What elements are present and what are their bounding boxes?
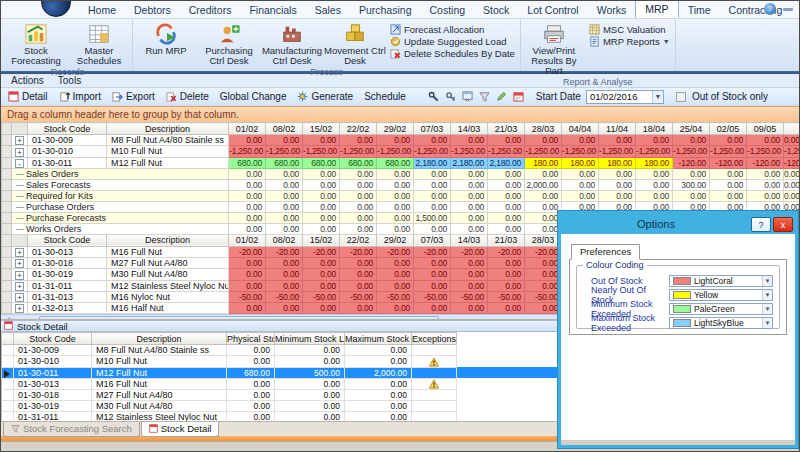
- forecast-cell[interactable]: 0.00: [377, 135, 414, 146]
- ribbon-button-forecast-allocation[interactable]: Forecast Allocation: [387, 24, 518, 35]
- forecast-cell[interactable]: 0.00: [266, 190, 303, 201]
- expand-icon[interactable]: +: [15, 259, 24, 268]
- forecast-cell[interactable]: 0.00: [266, 269, 303, 280]
- date-column-header[interactable]: 07/03: [414, 123, 451, 135]
- start-date-input[interactable]: 01/02/2016 ▼: [586, 90, 664, 104]
- forecast-cell[interactable]: 0.00: [229, 269, 266, 280]
- forecast-cell[interactable]: 180.00: [636, 157, 673, 168]
- forecast-cell[interactable]: 0.00: [414, 179, 451, 190]
- forecast-cell[interactable]: 0.00: [451, 179, 488, 190]
- forecast-cell[interactable]: 2,180.00: [488, 157, 525, 168]
- stock-code-cell[interactable]: 01-30-018: [28, 258, 107, 269]
- toolbar-button-generate[interactable]: Generate: [294, 90, 359, 103]
- chevron-down-icon[interactable]: ▼: [762, 276, 772, 286]
- forecast-cell[interactable]: -1,250.00: [266, 146, 303, 157]
- detail-column-header[interactable]: Physical Stock: [227, 333, 275, 345]
- forecast-cell[interactable]: 0.00: [673, 135, 710, 146]
- forecast-cell[interactable]: 0.00: [340, 258, 377, 269]
- forecast-cell[interactable]: 0.00: [710, 179, 747, 190]
- dialog-help-button[interactable]: ?: [751, 217, 771, 232]
- forecast-cell[interactable]: -20.00: [340, 246, 377, 257]
- detail-column-header[interactable]: Maximum Stock Level: [345, 333, 412, 345]
- chevron-down-icon[interactable]: ▼: [762, 304, 772, 314]
- ribbon-button-update-suggested-load[interactable]: Update Suggested Load: [387, 36, 518, 47]
- detail-description[interactable]: M30 Full Nut A4/80: [92, 401, 227, 412]
- forecast-cell[interactable]: -50.00: [266, 291, 303, 302]
- description-cell[interactable]: M10 Full Nut: [107, 146, 229, 157]
- detail-description[interactable]: M16 Full Nut: [92, 378, 227, 390]
- date-column-header[interactable]: 01/02: [229, 234, 266, 246]
- forecast-cell[interactable]: -1,250.00: [488, 146, 525, 157]
- detail-stock-code[interactable]: 01-30-010: [14, 356, 92, 368]
- date-column-header[interactable]: 14/03: [451, 123, 488, 135]
- forecast-cell[interactable]: 0.00: [488, 223, 525, 234]
- link-alt-icon[interactable]: [443, 90, 458, 104]
- forecast-cell[interactable]: -1,250.00: [525, 146, 562, 157]
- ribbon-button-master-schedules[interactable]: Master Schedules: [68, 21, 130, 66]
- row-gutter[interactable]: [2, 412, 14, 421]
- subrow-label[interactable]: Purchase Forecasts: [12, 212, 229, 223]
- forecast-cell[interactable]: 2,000.00: [525, 179, 562, 190]
- forecast-cell[interactable]: 0.00: [451, 212, 488, 223]
- date-column-header[interactable]: 14/03: [451, 234, 488, 246]
- forecast-cell[interactable]: 0.00: [673, 168, 710, 179]
- detail-description[interactable]: M12 Stainless Steel Nyloc Nut: [92, 412, 227, 421]
- row-gutter[interactable]: [2, 269, 12, 280]
- forecast-cell[interactable]: -20.00: [229, 246, 266, 257]
- row-gutter[interactable]: [2, 223, 12, 234]
- forecast-cell[interactable]: -20.00: [266, 246, 303, 257]
- forecast-cell[interactable]: 180.00: [525, 157, 562, 168]
- options-dialog-titlebar[interactable]: Options ? x: [561, 214, 795, 234]
- forecast-cell[interactable]: 0.00: [229, 212, 266, 223]
- row-gutter[interactable]: [2, 345, 14, 356]
- date-column-header[interactable]: 04/04: [562, 123, 599, 135]
- expand-icon[interactable]: +: [15, 136, 24, 145]
- menu-tools[interactable]: Tools: [52, 75, 87, 86]
- forecast-cell[interactable]: 0.00: [266, 280, 303, 291]
- forecast-cell[interactable]: -20.00: [525, 246, 562, 257]
- forecast-cell[interactable]: 0.00: [340, 280, 377, 291]
- column-header-description[interactable]: Description: [107, 123, 229, 135]
- forecast-cell[interactable]: -50.00: [488, 291, 525, 302]
- row-gutter[interactable]: [2, 303, 12, 314]
- detail-stock-code[interactable]: 01-30-009: [14, 345, 92, 356]
- forecast-cell[interactable]: 0.00: [377, 201, 414, 212]
- ribbon-tab-time[interactable]: Time: [679, 2, 720, 18]
- date-column-header[interactable]: 25/04: [673, 123, 710, 135]
- forecast-cell[interactable]: 0.00: [562, 179, 599, 190]
- ribbon-tab-stock[interactable]: Stock: [474, 2, 518, 18]
- forecast-cell[interactable]: 0.00: [303, 280, 340, 291]
- detail-description[interactable]: M12 Full Nut: [92, 367, 227, 378]
- chevron-down-icon[interactable]: ▼: [652, 91, 663, 103]
- forecast-cell[interactable]: 0.00: [636, 135, 673, 146]
- date-column-header[interactable]: 15/02: [303, 123, 340, 135]
- forecast-cell[interactable]: -20.00: [488, 246, 525, 257]
- forecast-cell[interactable]: 0.00: [229, 179, 266, 190]
- date-column-header[interactable]: 29/02: [377, 234, 414, 246]
- date-column-header[interactable]: 02/05: [710, 123, 747, 135]
- row-gutter[interactable]: [2, 390, 14, 401]
- forecast-cell[interactable]: 0.00: [266, 258, 303, 269]
- filter-icon[interactable]: [477, 90, 492, 104]
- date-column-header[interactable]: 09/05: [747, 123, 784, 135]
- ribbon-button-run-mrp[interactable]: Run MRP: [135, 21, 197, 56]
- chevron-down-icon[interactable]: ▼: [762, 290, 772, 300]
- description-cell[interactable]: M27 Full Nut A4/80: [107, 258, 229, 269]
- stock-code-cell[interactable]: 01-30-009: [28, 135, 107, 146]
- detail-description[interactable]: M8 Full Nut A4/80 Stainle ss: [92, 345, 227, 356]
- forecast-cell[interactable]: 0.00: [340, 303, 377, 314]
- forecast-cell[interactable]: 0.00: [414, 269, 451, 280]
- ribbon-tab-creditors[interactable]: Creditors: [180, 2, 241, 18]
- forecast-cell[interactable]: -120.00: [747, 157, 784, 168]
- date-column-header[interactable]: 11/04: [599, 123, 636, 135]
- forecast-cell[interactable]: -1,250.00: [673, 146, 710, 157]
- description-cell[interactable]: M16 Half Nut: [107, 303, 229, 314]
- date-column-header[interactable]: 01/02: [229, 123, 266, 135]
- toolbar-button-export[interactable]: Export: [109, 90, 161, 103]
- forecast-cell[interactable]: 0.00: [377, 280, 414, 291]
- forecast-cell[interactable]: 0.00: [525, 269, 562, 280]
- subrow-label[interactable]: Required for Kits: [12, 190, 229, 201]
- forecast-cell[interactable]: 0.00: [303, 223, 340, 234]
- ribbon-tab-sales[interactable]: Sales: [306, 2, 350, 18]
- date-column-header[interactable]: 08/02: [266, 123, 303, 135]
